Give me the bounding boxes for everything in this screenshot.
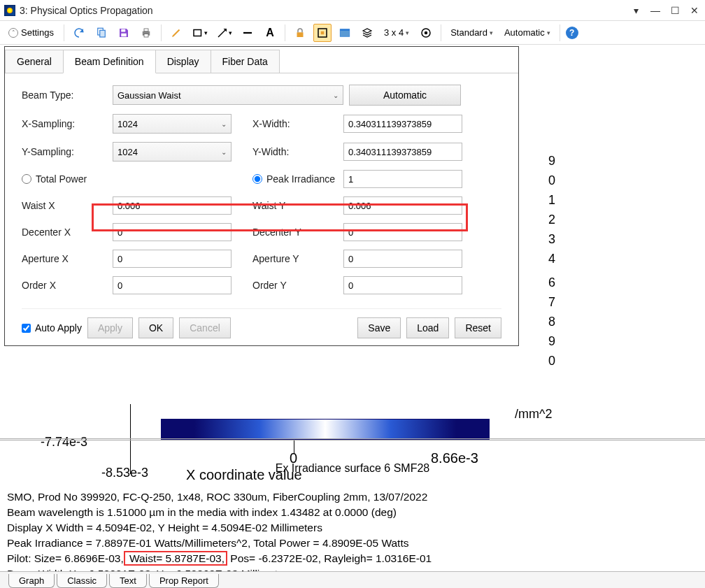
line-icon[interactable]	[238, 24, 257, 42]
total-power-label: Total Power	[36, 173, 87, 185]
arrow-icon[interactable]: ▾	[214, 24, 234, 42]
output-line: Pilot: Size= 6.8696E-03,	[7, 552, 124, 564]
order-y-label: Order Y	[252, 280, 343, 291]
cancel-button[interactable]: Cancel	[179, 317, 231, 338]
window-icon[interactable]	[336, 24, 354, 42]
pencil-icon[interactable]	[167, 24, 185, 42]
load-button[interactable]: Load	[406, 317, 449, 338]
toolbar: ˄ Settings ▾ ▾ A 3 x 4▾ Standard▾ Automa…	[0, 21, 705, 45]
y-sampling-select[interactable]: 1024⌄	[113, 142, 232, 162]
save-button[interactable]: Save	[357, 317, 401, 338]
x-width-label: X-Width:	[252, 118, 343, 129]
tab-fiber-data[interactable]: Fiber Data	[211, 50, 280, 73]
output-panel: Ex Irradiance surface 6 SMF28 SMO, Prod …	[0, 438, 705, 571]
rectangle-icon[interactable]: ▾	[190, 24, 210, 42]
svg-rect-6	[144, 34, 148, 37]
auto-apply-checkbox[interactable]: Auto Apply	[22, 322, 82, 334]
window-title: 3: Physical Optics Propagation	[20, 5, 629, 16]
save-icon[interactable]	[115, 24, 133, 42]
reset-button[interactable]: Reset	[455, 317, 501, 338]
waist-y-label: Waist Y	[252, 200, 343, 211]
tab-prop-report[interactable]: Prop Report	[149, 574, 219, 588]
peak-irradiance-label: Peak Irradiance	[266, 173, 335, 185]
waist-x-input[interactable]	[113, 196, 232, 215]
lock-icon[interactable]	[291, 24, 309, 42]
svg-rect-3	[121, 33, 127, 36]
x-sampling-select[interactable]: 1024⌄	[113, 114, 232, 134]
window-titlebar: 3: Physical Optics Propagation ▾ — ☐ ✕	[0, 0, 705, 21]
refresh-icon[interactable]	[70, 24, 88, 42]
peak-irradiance-input[interactable]	[343, 170, 462, 188]
decenter-y-input[interactable]	[343, 223, 462, 241]
decenter-y-label: Decenter Y	[252, 227, 343, 238]
svg-rect-8	[297, 32, 303, 37]
help-icon[interactable]: ?	[566, 27, 578, 39]
waist-x-label: Waist X	[22, 200, 113, 211]
decenter-x-input[interactable]	[113, 223, 232, 241]
settings-label: Settings	[21, 27, 54, 38]
settings-panel: General Beam Definition Display Fiber Da…	[4, 46, 519, 346]
auto-dropdown[interactable]: Automatic▾	[501, 25, 554, 40]
tab-classic[interactable]: Classic	[57, 574, 107, 588]
output-line: Beam wavelength is 1.51000 µm in the med…	[7, 506, 397, 518]
output-line: Display X Width = 4.5094E-02, Y Height =…	[7, 522, 322, 533]
y-tick: 2	[548, 213, 555, 227]
ok-button[interactable]: OK	[138, 317, 173, 338]
order-x-label: Order X	[22, 280, 113, 291]
svg-rect-1	[100, 30, 106, 37]
chevron-up-icon: ˄	[8, 28, 18, 38]
text-icon[interactable]: A	[261, 24, 279, 42]
tab-text[interactable]: Text	[109, 574, 147, 588]
print-icon[interactable]	[137, 24, 155, 42]
app-icon	[4, 5, 15, 16]
layers-icon[interactable]	[358, 24, 376, 42]
total-power-radio[interactable]	[22, 174, 31, 184]
y-tick: 8	[548, 315, 555, 329]
y-tick: 0	[548, 354, 555, 368]
close-button[interactable]: ✕	[688, 4, 701, 17]
decenter-x-label: Decenter X	[22, 227, 113, 238]
waist-y-input[interactable]	[343, 196, 462, 215]
tab-general[interactable]: General	[5, 50, 64, 73]
bottom-tabs: Graph Classic Text Prop Report	[0, 571, 705, 588]
aperture-y-label: Aperture Y	[252, 253, 343, 264]
mode-dropdown[interactable]: Standard▾	[447, 25, 497, 40]
tab-display[interactable]: Display	[155, 50, 211, 73]
settings-toggle[interactable]: ˄ Settings	[4, 25, 58, 40]
tab-graph[interactable]: Graph	[8, 574, 55, 588]
aperture-x-input[interactable]	[113, 250, 232, 268]
y-tick: 9	[548, 154, 555, 168]
order-y-input[interactable]	[343, 276, 462, 294]
zoom-fit-icon[interactable]	[313, 24, 332, 42]
x-sampling-label: X-Sampling:	[22, 118, 113, 129]
minimize-button[interactable]: —	[649, 4, 662, 17]
svg-rect-12	[340, 29, 350, 30]
peak-irradiance-radio[interactable]	[252, 174, 262, 184]
aperture-y-input[interactable]	[343, 250, 462, 268]
y-tick: 4	[548, 252, 555, 266]
order-x-input[interactable]	[113, 276, 232, 294]
automatic-button[interactable]: Automatic	[349, 85, 461, 106]
apply-button[interactable]: Apply	[87, 317, 133, 338]
beam-type-label: Beam Type:	[22, 89, 113, 101]
y-tick: 7	[548, 295, 555, 310]
y-tick: 1	[548, 193, 555, 208]
y-width-label: Y-Width:	[252, 146, 343, 157]
y-sampling-label: Y-Sampling:	[22, 146, 113, 157]
output-title: Ex Irradiance surface 6 SMF28	[7, 461, 698, 476]
copy-icon[interactable]	[92, 24, 111, 42]
highlight-waist-value: Waist= 5.8787E-03,	[124, 551, 227, 566]
dropdown-icon[interactable]: ▾	[629, 4, 642, 17]
y-tick: 0	[548, 173, 555, 188]
svg-rect-5	[144, 29, 148, 31]
y-width-input[interactable]	[343, 143, 462, 161]
x-width-input[interactable]	[343, 115, 462, 133]
beam-type-select[interactable]: Gaussian Waist⌄	[113, 85, 343, 105]
svg-rect-7	[194, 29, 201, 36]
target-icon[interactable]	[417, 24, 435, 42]
output-line: Pos= -6.2372E-02, Rayleigh= 1.0316E-01	[227, 552, 432, 564]
tab-beam-definition[interactable]: Beam Definition	[63, 50, 156, 73]
y-tick: 3	[548, 232, 555, 247]
maximize-button[interactable]: ☐	[669, 4, 681, 17]
grid-dropdown[interactable]: 3 x 4▾	[380, 25, 413, 40]
